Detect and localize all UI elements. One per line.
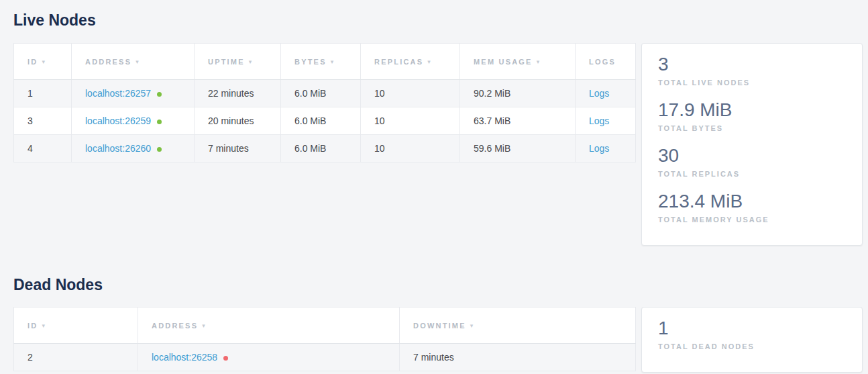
stat-label: TOTAL MEMORY USAGE: [658, 214, 846, 225]
node-id-cell: 1: [14, 80, 72, 107]
stat-value: 1: [658, 317, 846, 340]
node-address-link[interactable]: localhost:26259: [85, 115, 151, 126]
column-header-id-label: ID: [28, 322, 38, 330]
stat-total-dead-nodes: 1 TOTAL DEAD NODES: [658, 317, 846, 352]
sort-desc-icon: ▾: [331, 58, 335, 65]
stat-total-bytes: 17.9 MiB TOTAL BYTES: [658, 99, 846, 134]
sort-desc-icon: ▾: [249, 58, 254, 65]
dead-nodes-table: ID▾ ADDRESS▾ DOWNTIME▾ 2 loc: [13, 307, 636, 371]
live-nodes-section: Live Nodes ID▾ ADDRESS▾: [13, 11, 868, 246]
node-address-cell: localhost:26259: [72, 107, 195, 135]
logs-link[interactable]: Logs: [589, 115, 609, 126]
stat-total-live-nodes: 3 TOTAL LIVE NODES: [658, 53, 846, 88]
node-address-link[interactable]: localhost:26258: [152, 352, 217, 363]
sort-desc-icon: ▾: [202, 322, 207, 329]
stat-value: 213.4 MiB: [658, 190, 846, 213]
stat-label: TOTAL LIVE NODES: [658, 77, 846, 88]
node-address-link[interactable]: localhost:26260: [85, 143, 151, 154]
sort-desc-icon: ▾: [470, 322, 475, 329]
live-nodes-table: ID▾ ADDRESS▾ UPTIME▾ BYTES▾ REPLICAS▾: [13, 43, 636, 162]
column-header-bytes[interactable]: BYTES▾: [281, 44, 361, 80]
stat-value: 17.9 MiB: [658, 99, 846, 122]
dead-nodes-title: Dead Nodes: [13, 275, 868, 294]
node-id-cell: 2: [14, 344, 138, 371]
column-header-replicas[interactable]: REPLICAS▾: [361, 44, 460, 80]
node-logs-cell: Logs: [576, 80, 636, 107]
node-address-cell: localhost:26257: [72, 80, 195, 107]
sort-desc-icon: ▾: [42, 58, 46, 65]
sort-desc-icon: ▾: [42, 322, 46, 329]
column-header-address[interactable]: ADDRESS▾: [138, 308, 400, 344]
node-logs-cell: Logs: [576, 135, 636, 162]
stat-label: TOTAL BYTES: [658, 123, 846, 134]
logs-link[interactable]: Logs: [589, 143, 609, 154]
sort-desc-icon: ▾: [135, 58, 140, 65]
column-header-address[interactable]: ADDRESS▾: [72, 44, 195, 80]
column-header-bytes-label: BYTES: [294, 58, 327, 66]
node-uptime-cell: 20 minutes: [195, 107, 281, 135]
sort-desc-icon: ▾: [537, 58, 541, 65]
column-header-mem-usage[interactable]: MEM USAGE▾: [460, 44, 576, 80]
stat-value: 30: [658, 144, 846, 167]
node-uptime-cell: 22 minutes: [195, 80, 281, 107]
live-nodes-summary-card: 3 TOTAL LIVE NODES 17.9 MiB TOTAL BYTES …: [641, 43, 863, 246]
table-row: 4 localhost:26260 7 minutes 6.0 MiB 10 5…: [14, 135, 636, 162]
node-dead-status-dot-icon: [223, 356, 228, 361]
stat-total-memory-usage: 213.4 MiB TOTAL MEMORY USAGE: [658, 190, 846, 225]
dead-nodes-section: Dead Nodes ID▾ ADDRESS▾ DOWNTIM: [13, 275, 868, 373]
node-bytes-cell: 6.0 MiB: [281, 135, 361, 162]
column-header-id[interactable]: ID▾: [14, 44, 72, 80]
stat-value: 3: [658, 53, 846, 76]
node-bytes-cell: 6.0 MiB: [281, 80, 361, 107]
node-address-cell: localhost:26258: [138, 344, 400, 371]
live-nodes-title: Live Nodes: [13, 11, 868, 30]
node-live-status-dot-icon: [157, 120, 162, 124]
table-row: 1 localhost:26257 22 minutes 6.0 MiB 10 …: [14, 80, 636, 107]
table-row: 2 localhost:26258 7 minutes: [14, 344, 636, 371]
column-header-address-label: ADDRESS: [152, 322, 198, 330]
node-id-cell: 4: [14, 135, 72, 162]
node-mem-usage-cell: 90.2 MiB: [460, 80, 576, 107]
column-header-replicas-label: REPLICAS: [374, 58, 423, 66]
node-replicas-cell: 10: [361, 107, 460, 135]
column-header-uptime[interactable]: UPTIME▾: [195, 44, 281, 80]
node-uptime-cell: 7 minutes: [195, 135, 281, 162]
node-live-status-dot-icon: [157, 92, 162, 97]
dead-nodes-header-row: ID▾ ADDRESS▾ DOWNTIME▾: [14, 308, 636, 344]
node-mem-usage-cell: 63.7 MiB: [460, 107, 576, 135]
column-header-uptime-label: UPTIME: [208, 58, 245, 66]
node-logs-cell: Logs: [576, 107, 636, 135]
live-nodes-header-row: ID▾ ADDRESS▾ UPTIME▾ BYTES▾ REPLICAS▾: [14, 44, 636, 80]
sort-desc-icon: ▾: [427, 58, 432, 65]
node-downtime-cell: 7 minutes: [400, 344, 636, 371]
column-header-id-label: ID: [28, 58, 38, 66]
column-header-downtime-label: DOWNTIME: [413, 322, 466, 330]
node-id-cell: 3: [14, 107, 72, 135]
node-list-page: Live Nodes ID▾ ADDRESS▾: [0, 0, 868, 373]
node-bytes-cell: 6.0 MiB: [281, 107, 361, 135]
stat-total-replicas: 30 TOTAL REPLICAS: [658, 144, 846, 179]
node-replicas-cell: 10: [361, 135, 460, 162]
node-live-status-dot-icon: [157, 147, 162, 152]
column-header-downtime[interactable]: DOWNTIME▾: [400, 308, 636, 344]
stat-label: TOTAL REPLICAS: [658, 169, 846, 179]
logs-link[interactable]: Logs: [589, 88, 609, 99]
column-header-address-label: ADDRESS: [85, 58, 131, 66]
column-header-logs-label: LOGS: [589, 58, 616, 66]
table-row: 3 localhost:26259 20 minutes 6.0 MiB 10 …: [14, 107, 636, 135]
node-replicas-cell: 10: [361, 80, 460, 107]
stat-label: TOTAL DEAD NODES: [658, 341, 846, 352]
column-header-mem-usage-label: MEM USAGE: [474, 58, 533, 66]
dead-nodes-summary-card: 1 TOTAL DEAD NODES: [641, 307, 863, 373]
column-header-id[interactable]: ID▾: [14, 308, 138, 344]
node-address-cell: localhost:26260: [72, 135, 195, 162]
node-address-link[interactable]: localhost:26257: [85, 88, 151, 99]
node-mem-usage-cell: 59.6 MiB: [460, 135, 576, 162]
column-header-logs: LOGS: [576, 44, 636, 80]
